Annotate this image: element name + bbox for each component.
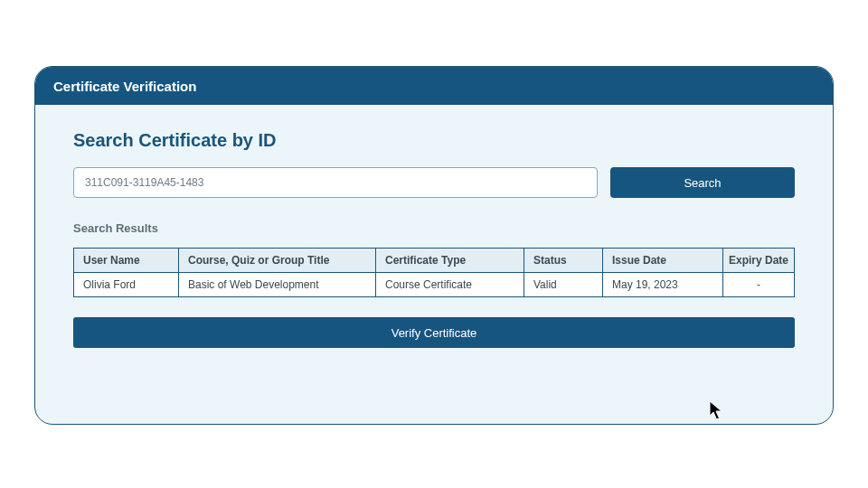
cell-type: Course Certificate [376,273,524,296]
certificate-verification-panel: Certificate Verification Search Certific… [34,66,834,425]
cell-issue: May 19, 2023 [603,273,723,296]
table-row: Olivia Ford Basic of Web Development Cou… [74,273,794,296]
col-status: Status [524,249,603,272]
search-row: Search [73,167,795,198]
search-section-title: Search Certificate by ID [73,130,795,151]
panel-header: Certificate Verification [35,67,833,105]
col-course: Course, Quiz or Group Title [179,249,376,272]
col-issue: Issue Date [603,249,723,272]
panel-title: Certificate Verification [53,79,196,94]
cell-status: Valid [524,273,603,296]
col-expiry: Expiry Date [723,249,794,272]
cell-user: Olivia Ford [74,273,179,296]
table-header-row: User Name Course, Quiz or Group Title Ce… [74,249,794,273]
col-user: User Name [74,249,179,272]
search-button[interactable]: Search [610,167,795,198]
col-type: Certificate Type [376,249,524,272]
cell-course: Basic of Web Development [179,273,376,296]
results-table: User Name Course, Quiz or Group Title Ce… [73,248,795,297]
panel-content: Search Certificate by ID Search Search R… [35,105,833,366]
cell-expiry: - [723,273,794,296]
certificate-id-input[interactable] [73,167,598,198]
results-label: Search Results [73,221,795,235]
verify-certificate-button[interactable]: Verify Certificate [73,317,795,348]
